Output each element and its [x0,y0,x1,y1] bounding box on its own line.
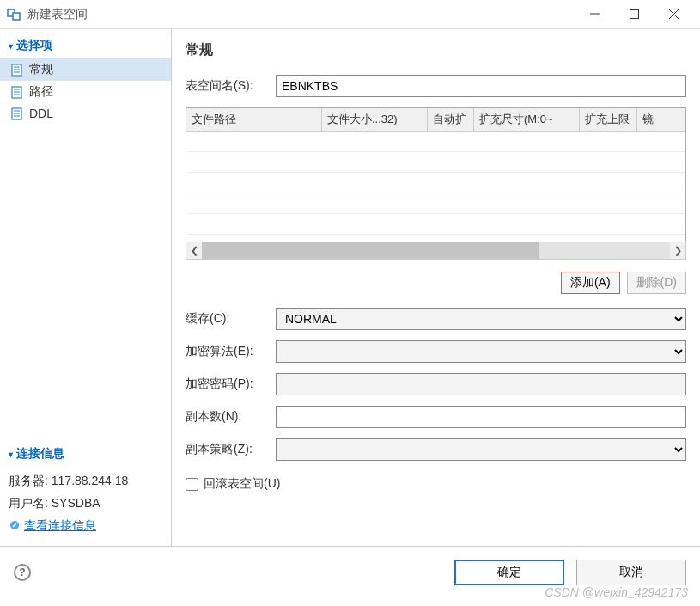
ok-button[interactable]: 确定 [454,560,564,585]
view-connection-link[interactable]: 查看连接信息 [9,518,96,534]
sidebar-item-label: DDL [29,107,53,120]
app-icon [7,7,22,22]
sidebar-options-header[interactable]: ▾ 选择项 [0,29,171,58]
col-maxsize[interactable]: 扩充上限 [580,108,637,132]
rollback-checkbox[interactable] [186,478,198,491]
svg-rect-3 [630,10,638,19]
tablespace-name-input[interactable] [276,75,686,97]
view-connection-label: 查看连接信息 [24,518,96,534]
close-button[interactable] [654,0,693,28]
rollback-label: 回滚表空间(U) [204,476,280,492]
policy-label: 副本策略(Z): [186,442,276,457]
cache-label: 缓存(C): [186,311,276,327]
sidebar-item-ddl[interactable]: DDL [0,103,171,124]
minimize-button[interactable] [575,0,614,28]
sidebar-item-label: 路径 [29,84,53,100]
sidebar-item-path[interactable]: 路径 [0,81,171,103]
maximize-button[interactable] [614,0,654,28]
cache-select[interactable]: NORMAL [276,308,686,330]
content-panel: 常规 表空间名(S): 文件路径 文件大小...32) 自动扩 扩充尺寸(M:0… [172,29,700,546]
col-autoextend[interactable]: 自动扩 [428,108,474,132]
page-icon [9,63,24,77]
sidebar-item-label: 常规 [29,62,53,77]
sidebar-item-general[interactable]: 常规 [0,58,171,81]
server-info: 服务器: 117.88.244.18 [9,470,162,493]
files-table: 文件路径 文件大小...32) 自动扩 扩充尺寸(M:0~ 扩充上限 镜 [186,107,686,242]
tablespace-name-label: 表空间名(S): [186,78,276,94]
delete-button: 删除(D) [627,272,686,294]
table-body[interactable] [186,132,685,242]
titlebar: 新建表空间 [0,0,700,29]
chevron-down-icon: ▾ [9,41,13,51]
window-controls [575,0,693,28]
scroll-right-icon[interactable]: ❯ [670,245,685,256]
footer: ? 确定 取消 [0,546,700,597]
horizontal-scrollbar[interactable]: ❮ ❯ [186,242,686,260]
replica-label: 副本数(N): [186,409,276,425]
scroll-left-icon[interactable]: ❮ [186,245,202,256]
replica-input[interactable] [276,406,686,428]
sidebar-conn-label: 连接信息 [16,446,64,462]
page-icon [9,85,24,99]
enc-algo-label: 加密算法(E): [186,344,276,359]
window-title: 新建表空间 [27,7,575,22]
help-button[interactable]: ? [14,564,31,581]
link-icon [9,519,21,534]
sidebar-conn-header[interactable]: ▾ 连接信息 [0,438,171,467]
col-filesize[interactable]: 文件大小...32) [322,108,428,132]
cancel-button[interactable]: 取消 [576,560,686,585]
page-title: 常规 [186,41,686,59]
col-extendsize[interactable]: 扩充尺寸(M:0~ [474,108,580,132]
col-mirror[interactable]: 镜 [637,108,685,132]
enc-pwd-input[interactable] [276,373,686,395]
enc-algo-select[interactable] [276,340,686,363]
sidebar-options-label: 选择项 [16,38,52,53]
svg-rect-1 [13,13,20,20]
sidebar: ▾ 选择项 常规 路径 DDL ▾ 连接信息 服务器: 117.88.244.1… [0,29,172,546]
chevron-down-icon: ▾ [9,450,13,459]
enc-pwd-label: 加密密码(P): [186,376,276,392]
page-icon [9,107,24,120]
user-info: 用户名: SYSDBA [9,493,162,515]
col-filepath[interactable]: 文件路径 [186,108,322,132]
add-button[interactable]: 添加(A) [561,272,620,294]
policy-select[interactable] [276,438,686,461]
